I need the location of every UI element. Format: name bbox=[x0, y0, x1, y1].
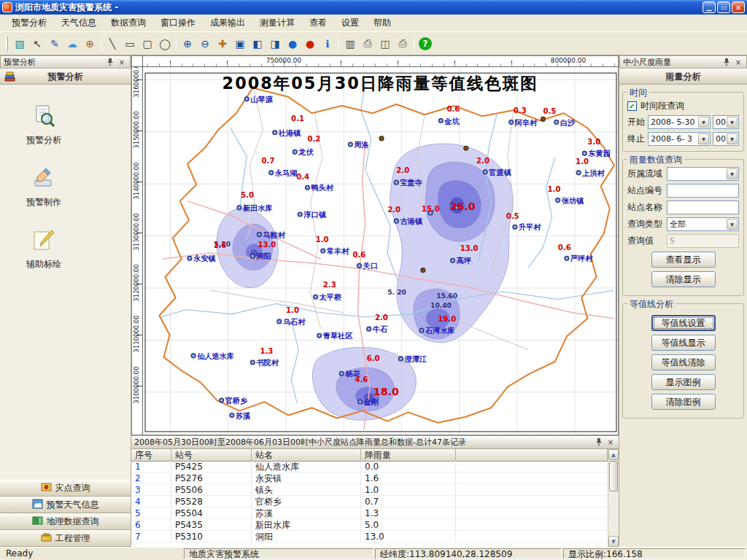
zoom-next-icon[interactable]: ◨ bbox=[266, 35, 284, 52]
zoom-in-icon[interactable]: ⊕ bbox=[179, 35, 196, 52]
pin-icon[interactable] bbox=[721, 57, 732, 67]
draw-roundrect-icon[interactable]: ▢ bbox=[139, 35, 156, 52]
menu-item-3[interactable]: 窗口操作 bbox=[153, 14, 203, 32]
table-row-4[interactable]: 4P5528官桥乡0.7 bbox=[131, 496, 608, 508]
cell-3-0: 3 bbox=[131, 484, 171, 496]
cell-5-2: 苏溪 bbox=[252, 508, 361, 519]
table-row-5[interactable]: 5P5504苏溪1.3 bbox=[131, 508, 608, 519]
add-point-icon[interactable]: ⊕ bbox=[81, 35, 98, 52]
sidebar-item-warning-compose[interactable]: 预警制作 bbox=[26, 166, 61, 209]
menu-item-0[interactable]: 预警分析 bbox=[4, 14, 54, 32]
close-button[interactable]: × bbox=[732, 1, 745, 13]
legend-clear-button[interactable]: 清除图例 bbox=[651, 394, 716, 410]
cell-1-3: 0.0 bbox=[361, 461, 456, 472]
globe-icon[interactable]: ● bbox=[284, 35, 301, 52]
chevron-down-icon[interactable]: ▼ bbox=[698, 133, 709, 144]
basin-combo[interactable]: ▼ bbox=[667, 167, 739, 181]
close-icon[interactable]: × bbox=[733, 57, 743, 67]
scroll-down-icon[interactable]: ▼ bbox=[608, 536, 619, 547]
sidebar-group-warning-weather-info[interactable]: 预警天气信息 bbox=[0, 497, 131, 513]
sidebar-group-project-management[interactable]: 工程管理 bbox=[0, 530, 131, 547]
close-icon[interactable]: × bbox=[117, 57, 127, 67]
sidebar-item-aux-plotting[interactable]: 辅助标绘 bbox=[26, 228, 61, 271]
menu-item-2[interactable]: 数据查询 bbox=[104, 14, 153, 32]
chevron-down-icon[interactable]: ▼ bbox=[727, 133, 738, 144]
full-extent-icon[interactable]: ▣ bbox=[231, 35, 249, 52]
minimize-button[interactable]: ▁ bbox=[703, 1, 716, 13]
map-canvas[interactable]: 5.205. 2015.6010.40山琴源社港镇0.1金坑0.6阿辛村0.3白… bbox=[143, 67, 618, 435]
svg-text:0.4: 0.4 bbox=[296, 173, 309, 181]
help-icon[interactable]: ? bbox=[419, 37, 432, 50]
zoom-window-icon[interactable]: ▧ bbox=[11, 35, 28, 52]
column-header-0[interactable]: 序号 bbox=[131, 449, 171, 462]
cloud-icon[interactable]: ☁ bbox=[63, 35, 81, 52]
start-hour-combo[interactable]: 00 ▼ bbox=[713, 115, 739, 129]
query-value-input[interactable]: 5 bbox=[667, 234, 739, 248]
contour-settings-button[interactable]: 等值线设置 bbox=[651, 315, 716, 331]
query-type-combo[interactable]: 全部 ▼ bbox=[667, 217, 739, 231]
menu-item-7[interactable]: 设置 bbox=[334, 14, 366, 32]
ruler-label: 3110000.00 bbox=[133, 311, 140, 357]
end-date-combo[interactable]: 2008- 6- 3 ▼ bbox=[648, 132, 711, 146]
table-row-1[interactable]: 1P5425仙人造水库0.0 bbox=[131, 461, 608, 472]
close-icon[interactable]: × bbox=[605, 438, 616, 448]
chevron-down-icon[interactable]: ▼ bbox=[727, 168, 738, 179]
table-row-2[interactable]: 2P5276永安镇1.6 bbox=[131, 472, 608, 484]
sidebar-group-disaster-point-query[interactable]: 灾点查询 bbox=[0, 480, 131, 497]
sidebar-group-geo-data-query[interactable]: 地理数据查询 bbox=[0, 513, 131, 530]
chevron-down-icon[interactable]: ▼ bbox=[698, 117, 709, 128]
menu-item-5[interactable]: 测量计算 bbox=[252, 14, 302, 32]
column-header-1[interactable]: 站号 bbox=[171, 449, 252, 462]
export-icon[interactable]: ▥ bbox=[341, 35, 359, 52]
print-icon[interactable]: ⎙ bbox=[359, 35, 376, 52]
station-name-input[interactable] bbox=[667, 201, 739, 214]
start-date-combo[interactable]: 2008- 5-30 ▼ bbox=[648, 115, 711, 129]
left-group-bar[interactable]: 预警分析 bbox=[0, 69, 131, 85]
scrollbar-thumb[interactable] bbox=[609, 461, 618, 491]
left-group-label: 预警分析 bbox=[48, 71, 83, 83]
table-row-6[interactable]: 6P5435新田水库5.0 bbox=[131, 519, 608, 531]
rain-analysis-group-bar[interactable]: 雨量分析 bbox=[619, 69, 747, 85]
pin-icon[interactable] bbox=[105, 57, 115, 67]
pen-icon[interactable]: ✎ bbox=[46, 35, 63, 52]
legend-show-button[interactable]: 显示图例 bbox=[651, 374, 716, 390]
table-row-3[interactable]: 3P5506镇头1.0 bbox=[131, 484, 608, 496]
maximize-button[interactable]: ▭ bbox=[717, 1, 730, 13]
time-range-checkbox[interactable]: ✔ bbox=[627, 101, 637, 111]
chevron-down-icon[interactable]: ▼ bbox=[727, 219, 738, 230]
menu-item-8[interactable]: 帮助 bbox=[366, 14, 398, 32]
draw-rect-icon[interactable]: ▭ bbox=[121, 35, 139, 52]
table-row-7[interactable]: 7P5310洞阳13.0 bbox=[131, 531, 608, 542]
menu-item-4[interactable]: 成果输出 bbox=[203, 14, 252, 32]
query-show-button[interactable]: 查看显示 bbox=[651, 252, 716, 268]
pan-icon[interactable]: ✚ bbox=[214, 35, 231, 52]
sidebar-item-warning-analysis[interactable]: 预警分析 bbox=[26, 104, 61, 147]
scrollbar-track[interactable] bbox=[608, 460, 619, 536]
print-preview-icon[interactable]: ◫ bbox=[376, 35, 394, 52]
zoom-out-icon[interactable]: ⊖ bbox=[196, 35, 214, 52]
draw-ellipse-icon[interactable]: ◯ bbox=[156, 35, 174, 52]
page-setup-icon[interactable]: ⎙ bbox=[394, 35, 411, 52]
pointer-icon[interactable]: ↖ bbox=[28, 35, 46, 52]
aux-plotting-label: 辅助标绘 bbox=[26, 258, 61, 271]
contour-group-label: 等值线分析 bbox=[627, 298, 676, 311]
hotlink-icon[interactable]: ● bbox=[301, 35, 319, 52]
identify-icon[interactable]: ℹ bbox=[319, 35, 336, 52]
scroll-up-icon[interactable]: ▲ bbox=[608, 449, 619, 460]
draw-line-icon[interactable]: ╲ bbox=[104, 35, 121, 52]
column-header-2[interactable]: 站名 bbox=[252, 449, 361, 462]
column-header-3[interactable]: 降雨量 bbox=[361, 449, 456, 462]
contour-clear-button[interactable]: 等值线清除 bbox=[651, 354, 716, 370]
table-scrollbar[interactable]: ▲ ▼ bbox=[608, 449, 619, 547]
zoom-prev-icon[interactable]: ◧ bbox=[249, 35, 266, 52]
menu-item-6[interactable]: 查看 bbox=[302, 14, 334, 32]
end-hour-combo[interactable]: 00 ▼ bbox=[713, 132, 739, 146]
pin-icon[interactable] bbox=[594, 438, 604, 448]
right-panel-title: 中小尺度雨量 bbox=[623, 57, 720, 68]
menu-item-1[interactable]: 天气信息 bbox=[54, 14, 104, 32]
contour-show-button[interactable]: 等值线显示 bbox=[651, 335, 716, 351]
query-clear-button[interactable]: 清除显示 bbox=[651, 271, 716, 287]
aux-plotting-icon bbox=[31, 228, 56, 254]
chevron-down-icon[interactable]: ▼ bbox=[727, 117, 738, 128]
station-id-input[interactable] bbox=[667, 184, 739, 198]
